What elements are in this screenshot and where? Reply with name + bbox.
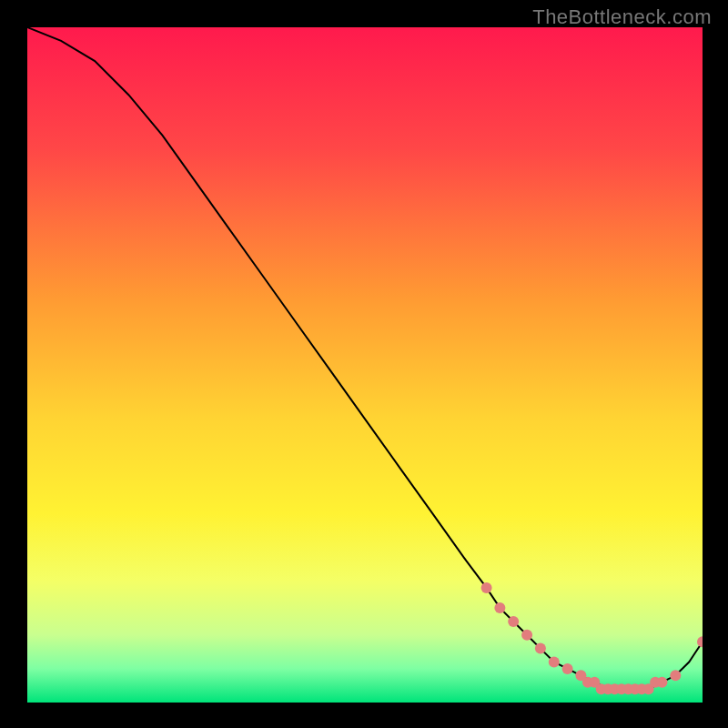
chart-frame: TheBottleneck.com: [0, 0, 728, 728]
data-marker: [549, 657, 560, 668]
data-marker: [535, 643, 546, 654]
data-marker: [481, 582, 492, 593]
heat-gradient-bg: [27, 27, 703, 703]
data-marker: [670, 670, 681, 681]
chart-plot: [27, 27, 703, 703]
data-marker: [494, 602, 505, 613]
data-marker: [521, 630, 532, 641]
data-marker: [508, 616, 519, 627]
data-marker: [657, 677, 668, 688]
watermark-text: TheBottleneck.com: [532, 5, 712, 29]
data-marker: [562, 663, 573, 674]
